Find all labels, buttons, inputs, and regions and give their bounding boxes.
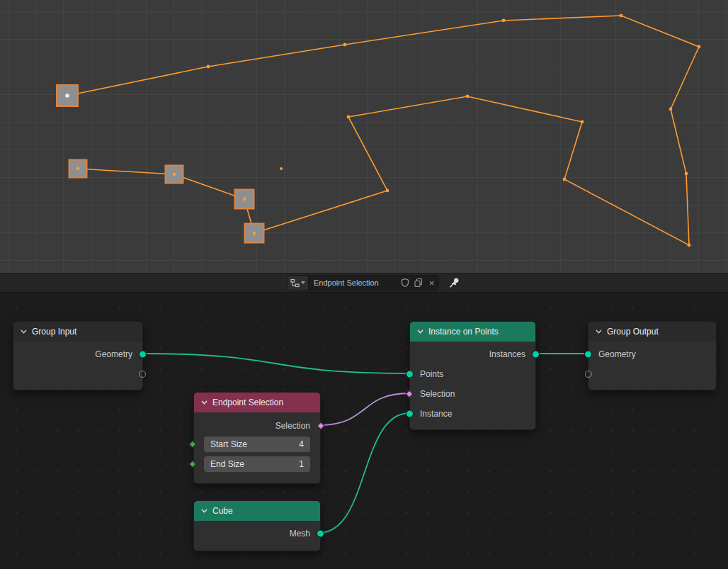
node-editor-header: Endpoint Selection × (0, 273, 728, 293)
node-group-input[interactable]: Group Input Geometry (13, 321, 143, 390)
socket-label: Selection (275, 421, 310, 431)
node-title: Group Input (32, 327, 76, 337)
curve-point[interactable] (280, 167, 283, 170)
socket-row-virtual (13, 364, 142, 384)
socket-label: Points (420, 369, 443, 379)
fake-user-shield-button[interactable] (398, 276, 411, 290)
field-label: End Size (210, 459, 244, 469)
copy-icon (414, 278, 423, 288)
nodetree-icon (290, 278, 300, 288)
socket-row-instances-output: Instances (410, 344, 535, 364)
node-title: Cube (212, 506, 233, 516)
pin-button[interactable] (447, 275, 462, 291)
datablock-browse-button[interactable] (288, 276, 308, 290)
viewport-3d[interactable] (0, 0, 728, 273)
socket-row-points-input: Points (410, 364, 535, 384)
node-cube-header[interactable]: Cube (194, 501, 320, 521)
unlink-x-icon: × (429, 278, 435, 288)
node-endpoint-selection-header[interactable]: Endpoint Selection (194, 393, 320, 412)
points-input-socket[interactable] (406, 371, 414, 378)
chevron-down-icon (21, 329, 27, 334)
pin-icon (449, 277, 460, 288)
socket-row-mesh-output: Mesh (194, 524, 320, 543)
socket-row-geometry-input: Geometry (588, 344, 716, 364)
socket-label: Instance (420, 409, 452, 419)
chevron-down-icon (596, 329, 602, 334)
start-size-field[interactable]: Start Size 4 (204, 436, 310, 452)
socket-row-virtual (588, 364, 716, 384)
field-value: 4 (299, 439, 304, 449)
curve-point[interactable] (243, 198, 246, 201)
end-size-field[interactable]: End Size 1 (204, 456, 310, 472)
socket-row-selection-input: Selection (410, 384, 535, 404)
curve-point[interactable] (207, 65, 210, 69)
node-group-output[interactable]: Group Output Geometry (588, 321, 717, 390)
node-group-output-header[interactable]: Group Output (588, 322, 716, 342)
node-title: Endpoint Selection (212, 398, 283, 407)
curve-point[interactable] (698, 45, 701, 49)
field-label: Start Size (210, 439, 247, 449)
node-instance-on-points[interactable]: Instance on Points Instances Points Sele… (409, 321, 536, 430)
blender-window: Endpoint Selection × (0, 0, 728, 569)
node-link[interactable] (319, 393, 409, 425)
chevron-down-icon (201, 509, 207, 513)
node-group-input-header[interactable]: Group Input (13, 322, 142, 342)
node-instance-on-points-header[interactable]: Instance on Points (410, 322, 535, 342)
geometry-output-socket[interactable] (139, 351, 147, 359)
curve-point[interactable] (669, 108, 673, 111)
mesh-output-socket[interactable] (317, 530, 324, 538)
curve-point[interactable] (386, 189, 389, 193)
node-endpoint-selection[interactable]: Endpoint Selection Selection Start Size … (193, 392, 321, 484)
socket-row-geometry-output: Geometry (13, 344, 142, 364)
node-editor[interactable]: Group Input Geometry Instance on Points (0, 293, 728, 569)
node-cube[interactable]: Cube Mesh (193, 500, 321, 551)
curve-point[interactable] (466, 95, 470, 98)
socket-label: Geometry (95, 349, 132, 359)
node-link[interactable] (142, 354, 409, 373)
curve-point[interactable] (620, 14, 623, 18)
field-value: 1 (299, 459, 304, 469)
socket-row-selection-output: Selection (194, 415, 320, 436)
socket-row-instance-input: Instance (410, 404, 535, 424)
active-curve-point[interactable] (65, 94, 69, 98)
dropdown-caret-icon (301, 281, 305, 284)
unlink-button[interactable]: × (425, 276, 438, 290)
socket-label: Mesh (290, 529, 310, 539)
instances-output-socket[interactable] (532, 351, 540, 359)
node-datablock-selector: Endpoint Selection × (287, 275, 439, 291)
node-title: Instance on Points (428, 327, 499, 337)
curve-point[interactable] (581, 120, 584, 124)
geometry-input-socket[interactable] (584, 351, 592, 359)
virtual-input-socket[interactable] (585, 371, 592, 378)
new-copy-button[interactable] (411, 276, 425, 290)
curve-point[interactable] (347, 116, 351, 119)
datablock-name-field[interactable]: Endpoint Selection (308, 276, 398, 290)
node-link[interactable] (319, 413, 409, 533)
curve-point[interactable] (502, 19, 506, 23)
shield-icon (400, 278, 410, 288)
curve-point[interactable] (253, 232, 256, 235)
chevron-down-icon (201, 400, 207, 405)
node-title: Group Output (607, 327, 659, 337)
curve-point[interactable] (343, 43, 347, 47)
curve-point[interactable] (563, 178, 567, 181)
instance-input-socket[interactable] (406, 410, 414, 418)
chevron-down-icon (417, 329, 423, 334)
curve-point[interactable] (685, 172, 688, 176)
viewport-canvas[interactable] (0, 0, 728, 273)
socket-label: Selection (420, 389, 455, 399)
socket-label: Geometry (598, 349, 636, 359)
curve-point[interactable] (173, 173, 176, 176)
curve-point[interactable] (688, 244, 691, 247)
virtual-output-socket[interactable] (139, 371, 146, 378)
curve-path[interactable] (67, 16, 699, 245)
curve-point[interactable] (76, 167, 80, 171)
socket-label: Instances (489, 349, 525, 359)
